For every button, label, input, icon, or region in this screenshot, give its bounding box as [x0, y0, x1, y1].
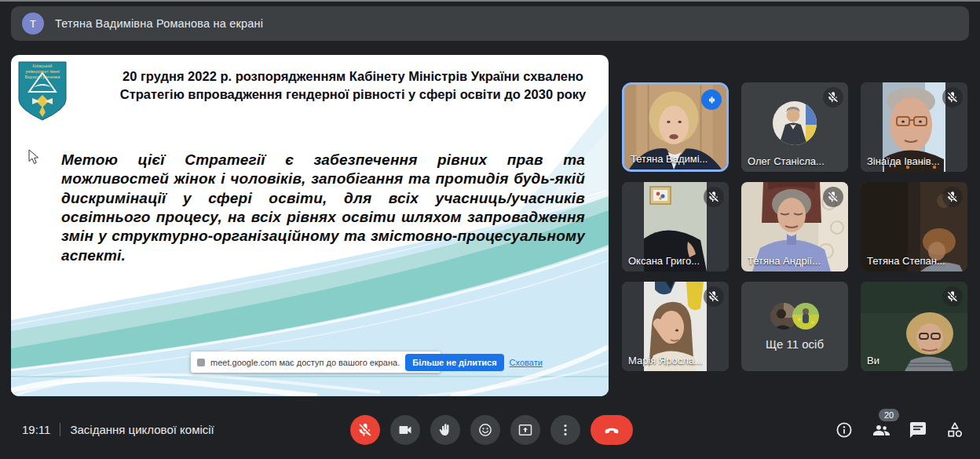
camera-icon: [397, 422, 413, 438]
participants-grid: Тетяна Вадимі... Олег Станісла...: [622, 82, 967, 371]
meeting-name: Засідання циклової комісії: [70, 423, 214, 436]
more-participants-label: Ще 11 осіб: [766, 337, 824, 351]
end-call-icon: [603, 421, 620, 439]
presenter-avatar: T: [22, 13, 44, 35]
chat-button[interactable]: [909, 421, 927, 439]
more-options-button[interactable]: [550, 415, 580, 445]
participant-name: Зінаїда Іванів...: [867, 155, 940, 167]
participant-tile[interactable]: Марія Яросла...: [622, 282, 729, 371]
stop-sharing-button[interactable]: Більше не ділитися: [405, 354, 503, 371]
participant-tile[interactable]: Тетяна Вадимі...: [622, 82, 729, 172]
muted-mic-indicator: [823, 87, 843, 107]
participant-tile[interactable]: Олег Станісла...: [741, 82, 848, 172]
present-screen-button[interactable]: [510, 415, 540, 445]
end-call-button[interactable]: [591, 415, 633, 445]
muted-mic-indicator: [942, 87, 963, 107]
window-top-edge: [0, 0, 980, 2]
muted-mic-indicator: [704, 286, 724, 307]
more-participants-avatars: [770, 302, 820, 330]
emoji-icon: [477, 422, 493, 438]
mic-mute-button[interactable]: [350, 415, 380, 445]
participant-name: Тетяна Вадимі...: [631, 153, 708, 165]
present-icon: [517, 422, 533, 438]
shared-screen-slide: Київський університет імені Бориса Грінч…: [11, 55, 609, 396]
overflow-avatar-2: [792, 302, 820, 330]
participant-name: Олег Станісла...: [748, 155, 825, 167]
participant-tile[interactable]: Оксана Григо...: [622, 182, 729, 271]
more-options-icon: [558, 422, 573, 438]
info-icon: [835, 421, 854, 439]
screen-share-icon: [197, 359, 205, 366]
muted-mic-indicator: [942, 187, 963, 207]
more-participants-tile[interactable]: Ще 11 осіб: [741, 282, 848, 371]
divider: [60, 423, 60, 436]
clock-time: 19:11: [22, 423, 50, 436]
meeting-info: 19:11 Засідання циклової комісії: [22, 423, 214, 436]
slide-title: 20 грудня 2022 р. розпорядженням Кабінет…: [112, 67, 594, 104]
call-controls: [350, 415, 633, 445]
slide-body-text: Метою цієї Стратегії є забезпечення рівн…: [61, 151, 585, 265]
presenting-banner: T Тетяна Вадимівна Романова на екрані: [11, 6, 969, 41]
participant-name: Оксана Григо...: [628, 255, 700, 267]
presenting-banner-text: Тетяна Вадимівна Романова на екрані: [55, 17, 263, 30]
presenter-avatar-letter: T: [30, 18, 36, 30]
hide-notice-link[interactable]: Сховати: [510, 358, 543, 367]
participant-name: Марія Яросла...: [628, 355, 703, 366]
people-icon: [872, 421, 890, 439]
participant-count-badge: 20: [879, 409, 899, 421]
mic-off-icon: [357, 422, 373, 438]
self-view-tile[interactable]: Ви: [861, 282, 967, 371]
participant-tile[interactable]: Зінаїда Іванів...: [861, 82, 967, 172]
self-label: Ви: [867, 355, 879, 366]
university-logo-text: Київський університет імені Бориса Грінч…: [20, 64, 64, 80]
screen-share-notice: meet.google.com має доступ до вашого екр…: [191, 352, 441, 373]
muted-mic-indicator: [823, 187, 843, 207]
reactions-button[interactable]: [470, 415, 500, 445]
screen-share-notice-text: meet.google.com має доступ до вашого екр…: [210, 358, 400, 367]
raise-hand-button[interactable]: [430, 415, 460, 445]
activities-icon: [945, 421, 964, 439]
speaking-indicator: [701, 89, 722, 110]
meeting-panels: 20: [835, 421, 964, 439]
participant-tile[interactable]: Тетяна Степан...: [861, 182, 967, 271]
participant-name: Тетяна Андрії...: [748, 255, 821, 267]
participant-name: Тетяна Степан...: [867, 255, 945, 267]
activities-button[interactable]: [945, 421, 964, 439]
participant-tile[interactable]: Тетяна Андрії...: [741, 182, 848, 271]
meeting-details-button[interactable]: [835, 421, 854, 439]
raise-hand-icon: [437, 422, 453, 438]
mouse-cursor: [28, 149, 39, 165]
chat-icon: [909, 421, 927, 439]
camera-button[interactable]: [390, 415, 420, 445]
muted-mic-indicator: [704, 187, 724, 207]
muted-mic-indicator: [942, 286, 963, 307]
participants-button[interactable]: 20: [872, 421, 890, 439]
